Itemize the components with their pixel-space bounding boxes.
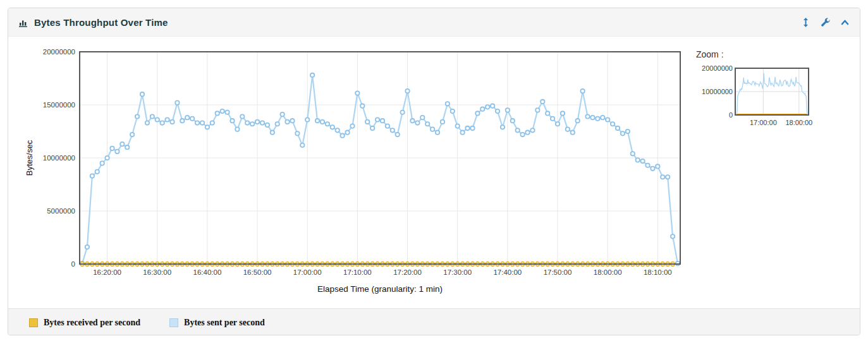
svg-text:16:30:00: 16:30:00 [143,268,171,276]
chart-legend: Bytes received per second Bytes sent per… [8,308,860,335]
svg-text:10000000: 10000000 [43,154,75,162]
bar-chart-icon [18,18,29,27]
svg-text:17:00:00: 17:00:00 [750,119,777,126]
legend-item-bytes-sent[interactable]: Bytes sent per second [169,318,265,328]
svg-text:16:40:00: 16:40:00 [193,268,222,276]
bytes-throughput-chart[interactable]: 0500000010000000150000002000000016:20:00… [20,42,690,297]
svg-text:16:20:00: 16:20:00 [93,268,121,276]
legend-label: Bytes sent per second [184,318,265,328]
panel-actions [801,18,850,27]
svg-text:17:20:00: 17:20:00 [393,268,422,276]
svg-text:18:10:00: 18:10:00 [644,268,672,276]
collapse-icon[interactable] [840,18,850,27]
panel-header: Bytes Throughput Over Time [8,8,860,37]
svg-text:17:50:00: 17:50:00 [544,268,572,276]
wrench-icon[interactable] [821,18,830,27]
svg-text:0: 0 [71,260,75,268]
zoom-overview-chart[interactable]: 0100000002000000017:00:0018:00:00 [696,63,816,129]
svg-text:17:00:00: 17:00:00 [293,268,322,276]
svg-text:10000000: 10000000 [702,88,733,95]
svg-text:15000000: 15000000 [43,101,75,109]
panel-body: 0500000010000000150000002000000016:20:00… [8,37,860,308]
grid [80,52,680,264]
bytes-throughput-panel: Bytes Throughput Over Time [8,8,860,335]
legend-swatch-received [29,318,38,327]
svg-text:20000000: 20000000 [43,48,75,56]
overview-grid [735,68,809,115]
zoom-preview-area: Zoom : 0100000002000000017:00:0018:00:00 [696,42,829,131]
svg-text:0: 0 [729,111,733,119]
svg-text:18:00:00: 18:00:00 [785,119,812,126]
svg-text:17:40:00: 17:40:00 [493,268,522,276]
panel-title: Bytes Throughput Over Time [34,17,168,28]
svg-text:16:50:00: 16:50:00 [243,268,272,276]
x-axis-title: Elapsed Time (granularity: 1 min) [317,284,443,294]
overview-series-sent [737,73,807,115]
legend-label: Bytes received per second [44,318,140,328]
svg-text:17:10:00: 17:10:00 [343,268,372,276]
overview-ticks: 0100000002000000017:00:0018:00:00 [702,64,812,126]
y-axis-title: Bytes/sec [25,140,34,176]
svg-text:20000000: 20000000 [702,64,733,72]
series-bytes-sent [80,73,680,266]
svg-text:17:30:00: 17:30:00 [443,268,472,276]
main-chart-area: 0500000010000000150000002000000016:20:00… [20,42,690,299]
legend-swatch-sent [169,318,178,327]
svg-text:5000000: 5000000 [47,207,75,215]
zoom-label: Zoom : [696,49,829,59]
legend-item-bytes-received[interactable]: Bytes received per second [29,318,140,328]
svg-text:18:00:00: 18:00:00 [594,268,622,276]
resize-vertical-icon[interactable] [801,18,810,27]
